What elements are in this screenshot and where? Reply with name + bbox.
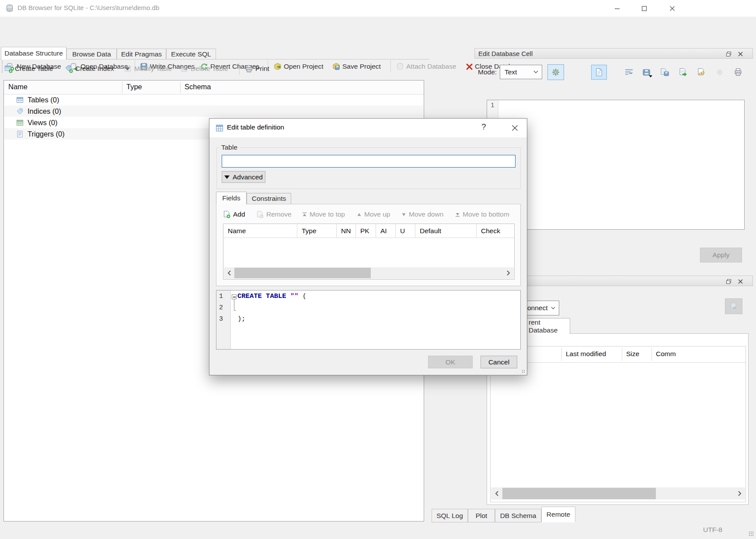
dialog-help-button[interactable]: ? <box>481 122 486 132</box>
open-in-external-button[interactable] <box>693 65 709 80</box>
dialog-resize-grip[interactable] <box>522 370 526 374</box>
remote-column-size[interactable]: Size <box>626 350 639 358</box>
window-resize-grip[interactable] <box>749 531 754 537</box>
save-project-button[interactable]: Save Project <box>332 60 381 73</box>
move-down-button[interactable]: Move down <box>401 209 443 220</box>
mode-select[interactable]: Text <box>500 65 542 79</box>
tab-database-structure[interactable]: Database Structure <box>1 47 66 60</box>
remote-connect-select[interactable]: onnect <box>523 301 559 315</box>
tab-remote[interactable]: Remote <box>541 507 575 522</box>
grid-column-pk[interactable]: PK <box>356 224 376 238</box>
attach-database-button[interactable]: Attach Database <box>396 60 456 73</box>
add-label: Add <box>233 210 245 218</box>
encoding-status[interactable]: UTF-8 <box>703 526 722 534</box>
tab-browse-data[interactable]: Browse Data <box>66 49 117 60</box>
toolbar-grip[interactable] <box>2 60 4 73</box>
print-button[interactable]: Print <box>245 62 269 75</box>
close-icon <box>738 52 743 56</box>
export-data-button[interactable] <box>657 65 672 80</box>
text-mode-button[interactable] <box>591 65 607 80</box>
print-cell-button[interactable] <box>730 65 746 80</box>
import-data-button[interactable] <box>638 65 654 80</box>
tab-edit-pragmas[interactable]: Edit Pragmas <box>117 49 166 60</box>
grid-column-check[interactable]: Check <box>477 224 514 238</box>
grid-column-type[interactable]: Type <box>297 224 337 238</box>
sql-line-3[interactable]: ); <box>237 315 246 323</box>
line-number: 1 <box>491 102 495 108</box>
float-panel-button[interactable] <box>724 50 733 58</box>
add-field-button[interactable]: Add <box>223 209 245 220</box>
column-divider[interactable] <box>622 348 622 361</box>
print-label: Print <box>255 65 269 73</box>
sql-line-1[interactable]: CREATE TABLE "" ( <box>237 292 307 300</box>
column-divider[interactable] <box>180 81 181 93</box>
move-up-button[interactable]: Move up <box>357 209 390 220</box>
close-panel-button[interactable] <box>736 50 745 58</box>
minimize-button[interactable] <box>607 2 627 15</box>
fields-grid: Name Type NN PK AI U Default Check <box>223 224 515 280</box>
auto-detect-format-button[interactable] <box>547 64 564 80</box>
modify-table-button[interactable]: Modify Table <box>124 62 172 75</box>
move-to-bottom-button[interactable]: Move to bottom <box>455 209 509 220</box>
move-to-top-button[interactable]: Move to top <box>302 209 345 220</box>
tree-row-indices[interactable]: Indices (0) <box>4 105 423 117</box>
grid-column-nn[interactable]: NN <box>337 224 356 238</box>
ok-button[interactable]: OK <box>428 356 473 368</box>
tree-column-name[interactable]: Name <box>8 83 28 91</box>
table-name-input[interactable] <box>222 155 515 167</box>
cancel-button[interactable]: Cancel <box>481 356 517 368</box>
line-number: 3 <box>219 315 233 323</box>
tables-icon <box>16 96 24 104</box>
fields-grid-hscrollbar[interactable] <box>224 267 514 279</box>
remote-column-commit[interactable]: Comm <box>656 350 676 358</box>
close-button[interactable] <box>662 2 682 15</box>
maximize-button[interactable] <box>634 2 654 15</box>
menu-bar: File Edit View Tools Help <box>0 17 756 29</box>
scroll-left-arrow[interactable] <box>224 267 234 279</box>
scroll-right-arrow[interactable] <box>503 267 514 279</box>
tab-plot[interactable]: Plot <box>468 509 495 522</box>
remote-hscrollbar[interactable] <box>491 487 745 500</box>
dialog-close-button[interactable] <box>505 120 524 135</box>
delete-table-button[interactable]: Delete Table <box>180 62 228 75</box>
tree-row-label: Tables (0) <box>28 96 59 104</box>
tab-constraints[interactable]: Constraints <box>247 193 291 204</box>
advanced-button[interactable]: Advanced <box>222 171 265 183</box>
code-fold-icon[interactable] <box>232 294 237 299</box>
scrollbar-thumb[interactable] <box>234 268 371 278</box>
open-project-button[interactable]: Open Project <box>274 60 323 73</box>
tree-header: Name Type Schema <box>4 80 424 94</box>
column-divider[interactable] <box>561 348 562 361</box>
ok-label: OK <box>446 358 455 366</box>
scroll-left-arrow[interactable] <box>491 487 502 500</box>
tab-db-schema[interactable]: DB Schema <box>495 509 541 522</box>
push-document-icon <box>730 302 738 310</box>
scroll-right-arrow[interactable] <box>734 487 745 500</box>
scrollbar-thumb[interactable] <box>502 488 656 499</box>
tree-row-tables[interactable]: Tables (0) <box>4 94 423 105</box>
tree-column-schema[interactable]: Schema <box>185 83 211 91</box>
remove-field-button[interactable]: Remove <box>256 209 292 220</box>
close-panel-button[interactable] <box>736 277 745 285</box>
float-panel-button[interactable] <box>724 277 733 285</box>
create-table-button[interactable]: Create Table <box>4 62 53 75</box>
grid-column-name[interactable]: Name <box>223 224 297 238</box>
column-divider[interactable] <box>122 81 122 93</box>
column-divider[interactable] <box>651 348 652 361</box>
null-indicator-button[interactable] <box>712 65 728 80</box>
apply-data-button[interactable] <box>675 65 691 80</box>
tab-sql-log[interactable]: SQL Log <box>432 509 468 522</box>
create-index-button[interactable]: Create Index <box>65 62 114 75</box>
grid-column-u[interactable]: U <box>396 224 415 238</box>
tree-column-type[interactable]: Type <box>126 83 142 91</box>
remote-column-last-modified[interactable]: Last modified <box>566 350 606 358</box>
word-wrap-button[interactable] <box>621 65 637 80</box>
apply-cell-button[interactable]: Apply <box>700 248 742 262</box>
tab-label: DB Schema <box>500 512 537 520</box>
grid-column-default[interactable]: Default <box>415 224 477 238</box>
tab-execute-sql[interactable]: Execute SQL <box>166 49 216 60</box>
grid-column-ai[interactable]: AI <box>376 224 396 238</box>
tab-current-database[interactable]: rent Database <box>521 318 570 334</box>
tab-fields[interactable]: Fields <box>216 192 247 204</box>
remote-upload-button[interactable] <box>725 298 742 314</box>
